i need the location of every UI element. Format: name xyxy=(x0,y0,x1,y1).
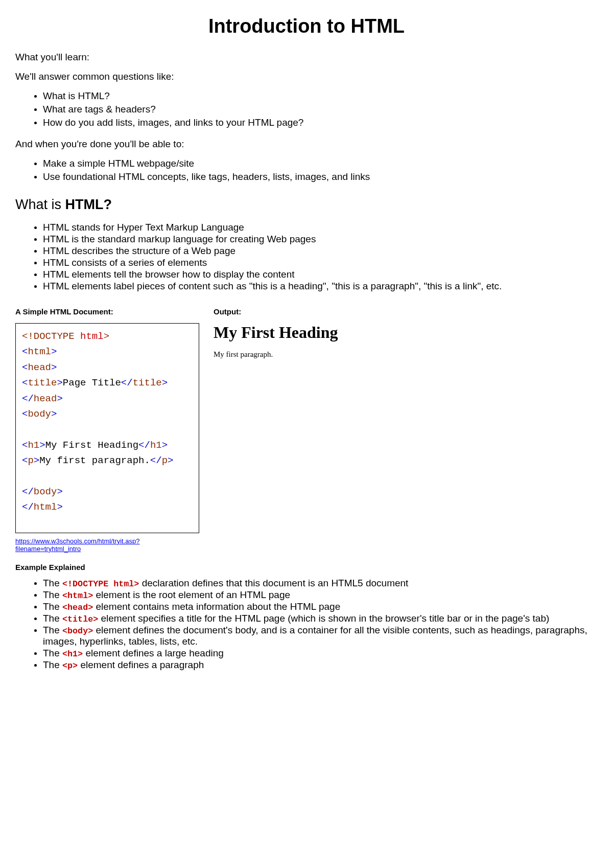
intro-learn: What you'll learn: xyxy=(15,52,598,63)
code-label: A Simple HTML Document: xyxy=(15,307,199,316)
list-item: The <html> element is the root element o… xyxy=(43,589,598,601)
list-item: HTML is the standard markup language for… xyxy=(43,234,598,245)
list-item: How do you add lists, images, and links … xyxy=(43,117,598,128)
section-heading-what-is-html: What is HTML? xyxy=(15,197,598,213)
list-item: Use foundational HTML concepts, like tag… xyxy=(43,171,598,182)
list-item: The <h1> element defines a large heading xyxy=(43,648,598,659)
intro-outcomes: And when you're done you'll be able to: xyxy=(15,139,598,150)
inline-code: <h1> xyxy=(62,649,83,659)
inline-code: <title> xyxy=(62,614,98,624)
facts-list: HTML stands for Hyper Text Markup Langua… xyxy=(15,222,598,292)
explained-list: The <!DOCTYPE html> declaration defines … xyxy=(15,578,598,671)
inline-code: <!DOCTYPE html> xyxy=(62,579,139,589)
intro-questions: We'll answer common questions like: xyxy=(15,71,598,82)
list-item: Make a simple HTML webpage/site xyxy=(43,158,598,169)
inline-code: <html> xyxy=(62,591,93,601)
list-item: The <body> element defines the document'… xyxy=(43,625,598,647)
list-item: HTML describes the structure of a Web pa… xyxy=(43,245,598,257)
outcomes-list: Make a simple HTML webpage/site Use foun… xyxy=(15,158,598,182)
questions-list: What is HTML? What are tags & headers? H… xyxy=(15,90,598,128)
page-title: Introduction to HTML xyxy=(15,15,598,37)
source-link[interactable]: https://www.w3schools.com/html/tryit.asp… xyxy=(15,537,199,553)
section-heading-bold: HTML? xyxy=(65,197,112,212)
inline-code: <p> xyxy=(62,661,78,671)
inline-code: <head> xyxy=(62,603,93,612)
list-item: What are tags & headers? xyxy=(43,104,598,115)
list-item: HTML consists of a series of elements xyxy=(43,257,598,268)
section-heading-prefix: What is xyxy=(15,197,65,212)
output-label: Output: xyxy=(214,307,598,316)
list-item: HTML elements label pieces of content su… xyxy=(43,281,598,292)
list-item: The <head> element contains meta informa… xyxy=(43,601,598,612)
output-paragraph: My first paragraph. xyxy=(214,350,598,359)
explained-label: Example Explained xyxy=(15,563,598,572)
output-heading: My First Heading xyxy=(214,323,598,342)
list-item: HTML stands for Hyper Text Markup Langua… xyxy=(43,222,598,233)
list-item: What is HTML? xyxy=(43,90,598,102)
list-item: The <p> element defines a paragraph xyxy=(43,659,598,671)
inline-code: <body> xyxy=(62,626,93,636)
code-example: <!DOCTYPE html> <html> <head> <title>Pag… xyxy=(15,323,199,533)
list-item: The <!DOCTYPE html> declaration defines … xyxy=(43,578,598,589)
list-item: The <title> element specifies a title fo… xyxy=(43,613,598,624)
list-item: HTML elements tell the browser how to di… xyxy=(43,269,598,280)
